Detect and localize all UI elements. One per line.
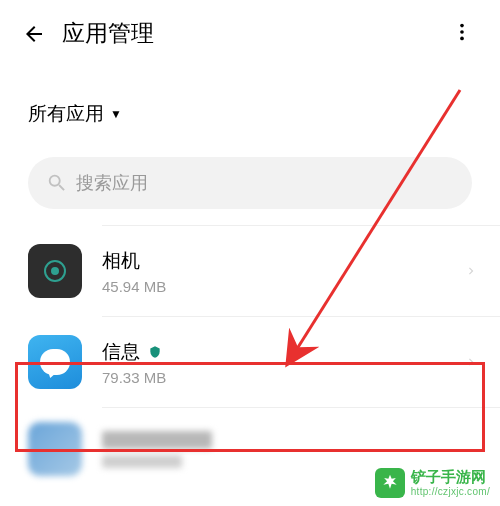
caret-down-icon: ▼ [110,107,122,121]
blurred-app-icon [28,422,82,476]
app-name: 相机 [102,248,464,274]
blurred-text-block [102,431,212,468]
app-list-item-blurred [0,408,500,476]
more-vertical-icon [451,21,473,43]
app-name: 信息 [102,339,464,365]
watermark-url: http://czjxjc.com/ [411,486,490,497]
app-size: 79.33 MB [102,369,464,386]
svg-point-1 [460,30,464,34]
camera-app-icon [28,244,82,298]
svg-point-2 [460,37,464,41]
app-list-item-camera[interactable]: 相机 45.94 MB [0,226,500,316]
page-title: 应用管理 [62,18,154,49]
app-name-text: 信息 [102,339,140,365]
more-menu-button[interactable] [448,18,476,46]
back-button[interactable] [20,20,48,48]
watermark-logo-icon [375,468,405,498]
search-input[interactable]: 搜索应用 [28,157,472,209]
app-text-block: 相机 45.94 MB [102,248,464,295]
chevron-right-icon [464,264,478,278]
app-size: 45.94 MB [102,278,464,295]
app-list-item-messages[interactable]: 信息 79.33 MB [0,317,500,407]
search-icon [46,172,68,194]
shield-icon [148,344,162,360]
filter-dropdown[interactable]: 所有应用 ▼ [0,65,500,147]
arrow-left-icon [22,22,46,46]
app-name-text: 相机 [102,248,140,274]
messages-app-icon [28,335,82,389]
watermark: 铲子手游网 http://czjxjc.com/ [375,468,490,498]
watermark-brand: 铲子手游网 [411,469,490,486]
filter-label: 所有应用 [28,101,104,127]
chevron-right-icon [464,355,478,369]
svg-point-0 [460,24,464,28]
app-header: 应用管理 [0,0,500,65]
app-text-block: 信息 79.33 MB [102,339,464,386]
search-placeholder: 搜索应用 [76,171,148,195]
